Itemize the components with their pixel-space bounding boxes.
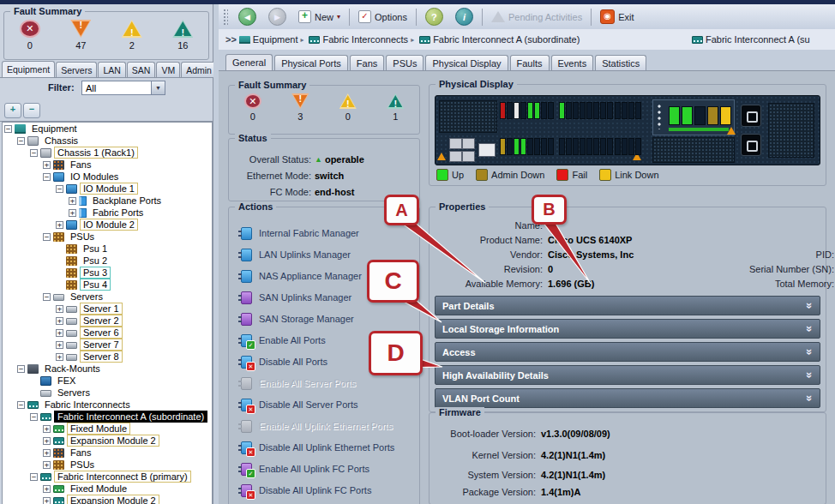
forward-button[interactable]: ▶ [262,7,292,27]
chevron-down-icon[interactable]: ▼ [151,81,165,94]
action-label: Disable All Uplink Ethernet Ports [259,442,394,453]
action-enable-all-uplink-fc-ports[interactable]: ✓Enable All Uplink FC Ports [241,462,419,476]
tree-item[interactable]: −Fabric Interconnect A (subordinate) [3,411,212,423]
tab-lan[interactable]: LAN [98,62,125,77]
action-disable-all-uplink-ethernet-ports[interactable]: ✕Disable All Uplink Ethernet Ports [241,441,419,454]
tree-item[interactable]: FEX [3,375,212,387]
breadcrumb-item[interactable]: Equipment [237,34,298,45]
expander-icon[interactable]: + [43,485,51,493]
breadcrumb-item[interactable]: Fabric Interconnects [306,34,408,45]
tree-item[interactable]: +PSUs [3,459,212,471]
tree-item[interactable]: +Expansion Module 2 [3,495,212,504]
section-access[interactable]: Access» [435,342,820,362]
info-button[interactable]: i [449,7,479,27]
expander-icon[interactable]: − [43,293,51,301]
expander-icon[interactable]: + [56,305,63,313]
tab-events[interactable]: Events [551,55,594,70]
options-button[interactable]: ✓ Options [352,7,413,27]
expander-icon[interactable]: + [56,221,63,229]
tree-item[interactable]: Psu 4 [3,279,212,291]
tree-item[interactable]: −Fabric Interconnect B (primary) [3,471,212,483]
tree-item[interactable]: Psu 1 [3,243,212,255]
tab-faults[interactable]: Faults [510,55,550,70]
expander-icon[interactable]: + [43,425,51,433]
collapse-all-button[interactable]: − [23,103,40,118]
tab-statistics[interactable]: Statistics [595,55,646,70]
exit-button[interactable]: ◉ Exit [594,7,640,27]
expander-icon[interactable]: + [69,209,76,217]
tree-item[interactable]: −Equipment [3,123,212,135]
tree-item[interactable]: +Fabric Ports [3,207,212,219]
tree-item[interactable]: −Chassis [3,135,212,147]
expander-icon[interactable]: + [43,497,51,504]
tree-item[interactable]: +Backplane Ports [3,195,212,207]
help-button[interactable]: ? [419,7,449,27]
expander-icon[interactable]: + [56,341,63,349]
section-high-availability-details[interactable]: High Availability Details» [435,365,820,385]
tree-item[interactable]: −Servers [3,291,212,303]
tab-physical-display[interactable]: Physical Display [425,55,508,70]
action-disable-all-server-ports[interactable]: ✕Disable All Server Ports [241,398,419,411]
tree-item[interactable]: +Server 7 [3,339,212,351]
expander-icon[interactable]: − [30,413,38,421]
tree-item[interactable]: −IO Modules [3,171,212,183]
expander-icon[interactable]: + [69,197,76,205]
tab-fans[interactable]: Fans [350,55,384,70]
tree-item[interactable]: +Fixed Module [3,423,212,435]
expander-icon[interactable]: + [56,317,63,325]
expander-icon[interactable]: − [17,401,25,409]
tree-item[interactable]: +Server 1 [3,303,212,315]
tab-vm[interactable]: VM [156,62,180,77]
tree-item[interactable]: +Server 6 [3,327,212,339]
section-vlan-port-count[interactable]: VLAN Port Count» [435,388,820,408]
tab-san[interactable]: SAN [127,62,156,77]
tree-item[interactable]: −IO Module 1 [3,183,212,195]
expander-icon[interactable]: + [56,353,63,361]
tree-item[interactable]: +Server 2 [3,315,212,327]
tab-equipment[interactable]: Equipment [2,61,55,77]
tab-servers[interactable]: Servers [56,62,97,77]
section-local-storage-information[interactable]: Local Storage Information» [435,319,820,339]
tree-item[interactable]: Servers [3,387,212,399]
tree-item[interactable]: −Rack-Mounts [3,363,212,375]
tree-item[interactable]: +Expansion Module 2 [3,435,212,447]
tree-item[interactable]: −Fabric Interconnects [3,399,212,411]
expander-icon[interactable]: + [43,449,51,457]
tree-item[interactable]: Psu 3 [3,267,212,279]
expander-icon[interactable]: − [4,125,12,133]
back-button[interactable]: ◀ [232,7,262,27]
pending-activities-button[interactable]: Pending Activities [485,7,588,27]
expander-icon[interactable]: − [17,137,25,145]
tree-item[interactable]: −Chassis 1 (Rack1) [3,147,212,159]
action-disable-all-uplink-fc-ports[interactable]: ✕Disable All Uplink FC Ports [241,483,419,497]
tree-item[interactable]: +Fans [3,159,212,171]
chevron-down-icon[interactable]: ▾ [337,13,340,21]
expander-icon[interactable]: − [43,233,51,241]
tab-admin[interactable]: Admin [181,62,217,77]
tree-item[interactable]: +IO Module 2 [3,219,212,231]
section-part-details[interactable]: Part Details» [435,296,820,315]
expander-icon[interactable]: + [43,461,51,469]
expander-icon[interactable]: − [17,365,25,373]
expander-icon[interactable]: − [56,185,63,193]
expand-all-button[interactable]: + [4,103,21,118]
expander-icon[interactable]: − [43,173,51,181]
tree-item[interactable]: +Fixed Module [3,483,212,495]
tree-item[interactable]: +Server 8 [3,351,212,363]
tree-item[interactable]: +Fans [3,447,212,459]
tree-item[interactable]: Psu 2 [3,255,212,267]
expander-icon[interactable]: − [30,149,38,157]
tree-item[interactable]: −PSUs [3,231,212,243]
tab-general[interactable]: General [225,54,273,70]
filter-dropdown[interactable]: All ▼ [81,81,165,95]
expander-icon[interactable]: − [30,473,38,481]
expander-icon[interactable]: + [56,329,63,337]
tab-psus[interactable]: PSUs [386,55,424,70]
expander-icon[interactable]: + [43,437,51,445]
action-internal-fabric-manager[interactable]: Internal Fabric Manager [241,226,419,240]
tab-physical-ports[interactable]: Physical Ports [274,55,348,70]
new-button[interactable]: + New ▾ [292,7,346,27]
expander-icon[interactable]: + [43,161,51,169]
breadcrumb-item[interactable]: Fabric Interconnect A (subordinate) [417,34,580,45]
action-san-storage-manager[interactable]: SAN Storage Manager [241,312,419,326]
